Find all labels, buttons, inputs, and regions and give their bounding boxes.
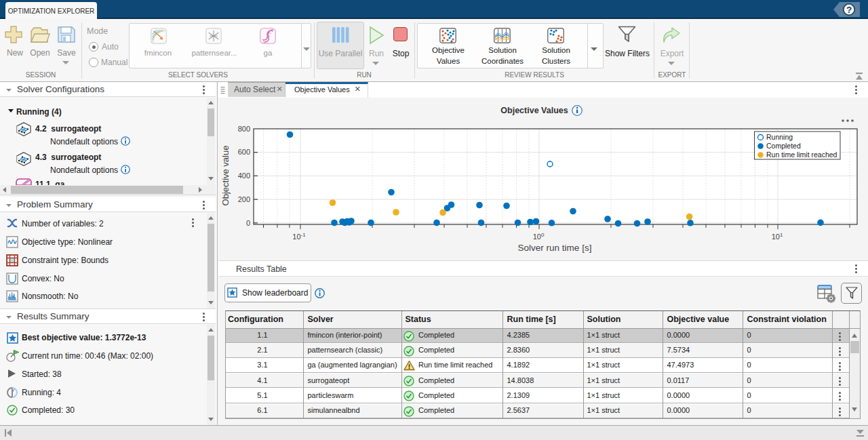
svg-text:0: 0: [246, 219, 250, 227]
svg-text:Running: Running: [766, 133, 793, 141]
svg-text:Run time limit reached: Run time limit reached: [766, 151, 837, 159]
svg-text:Completed: Completed: [766, 142, 801, 150]
svg-text:Objective Values: Objective Values: [500, 106, 568, 115]
svg-text:200: 200: [238, 195, 250, 203]
svg-text:Solver run time [s]: Solver run time [s]: [518, 243, 592, 253]
svg-text:800: 800: [238, 125, 250, 133]
svg-text:?: ?: [846, 5, 852, 15]
svg-text:600: 600: [238, 148, 250, 156]
svg-text:400: 400: [238, 172, 250, 180]
svg-text:Objective value: Objective value: [220, 146, 231, 206]
